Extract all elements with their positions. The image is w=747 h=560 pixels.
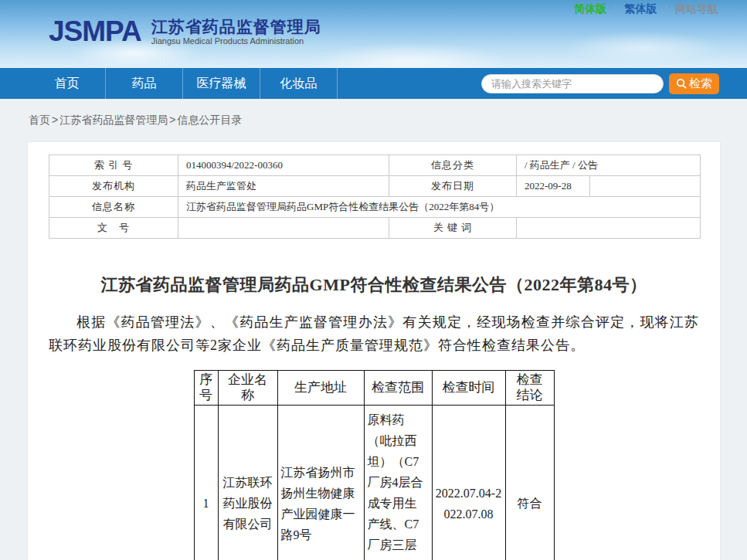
meta-value-category: / 药品生产 / 公告 (517, 155, 701, 176)
brand-logo[interactable]: JSMPA 江苏省药品监督管理局 Jiangsu Medical Product… (49, 16, 321, 47)
search-input[interactable] (481, 74, 664, 93)
search-area: 检索 (481, 68, 719, 99)
document-meta-table: 索 引 号 014000394/2022-00360 信息分类 / 药品生产 /… (49, 154, 701, 239)
meta-value-info-name: 江苏省药品监督管理局药品GMP符合性检查结果公告（2022年第84号） (178, 197, 701, 218)
meta-row-index: 索 引 号 014000394/2022-00360 信息分类 / 药品生产 /… (49, 155, 701, 176)
nav-tab-medical-devices[interactable]: 医疗器械 (183, 68, 260, 99)
breadcrumb-directory[interactable]: 信息公开目录 (177, 114, 242, 126)
meta-label-doc-number: 文 号 (49, 218, 178, 239)
meta-label-keywords: 关 键 词 (389, 218, 517, 239)
col-header-serial: 序号 (194, 371, 218, 406)
breadcrumb-separator: > (52, 114, 58, 126)
site-title-chinese: 江苏省药品监督管理局 (151, 18, 321, 36)
divider: | (614, 2, 617, 15)
search-button[interactable]: 检索 (669, 73, 719, 94)
search-button-label: 检索 (689, 76, 712, 91)
meta-row-title: 信息名称 江苏省药品监督管理局药品GMP符合性检查结果公告（2022年第84号） (49, 197, 701, 218)
breadcrumb: 首页>江苏省药品监督管理局>信息公开目录 (0, 99, 747, 141)
meta-row-publisher: 发布机构 药品生产监管处 发布日期 2022-09-28 (49, 176, 701, 197)
brand-abbreviation: JSMPA (49, 16, 141, 47)
divider: | (664, 2, 667, 15)
nav-tab-cosmetics[interactable]: 化妆品 (260, 68, 338, 99)
meta-label-publisher: 发布机构 (49, 176, 178, 197)
meta-value-keywords (517, 218, 701, 239)
results-header-row: 序号 企业名称 生产地址 检查范围 检查时间 检查结论 (194, 371, 554, 406)
table-row: 1 江苏联环药业股份有限公司 江苏省扬州市扬州生物健康产业园健康一路9号 原料药… (194, 406, 554, 560)
meta-value-publish-date: 2022-09-28 (517, 176, 590, 197)
cell-time: 2022.07.04-2022.07.08 (432, 406, 505, 560)
meta-label-publish-date: 发布日期 (389, 176, 517, 197)
traditional-chinese-link[interactable]: 繁体版 (625, 2, 657, 15)
cell-serial: 1 (194, 406, 218, 560)
nav-tab-drugs[interactable]: 药品 (106, 68, 183, 99)
cell-address: 江苏省扬州市扬州生物健康产业园健康一路9号 (277, 406, 364, 560)
inspection-results-table: 序号 企业名称 生产地址 检查范围 检查时间 检查结论 1 江苏联环药业股份有限… (194, 370, 555, 560)
col-header-time: 检查时间 (432, 371, 505, 406)
simplified-chinese-link[interactable]: 简体版 (574, 2, 606, 15)
top-utility-links: 简体版 | 繁体版 | 网站导航 (574, 2, 718, 16)
meta-value-publisher: 药品生产监管处 (178, 176, 389, 197)
meta-label-index-no: 索 引 号 (49, 155, 178, 176)
meta-value-index-no: 014000394/2022-00360 (178, 155, 389, 176)
meta-value-doc-number (178, 218, 389, 239)
meta-empty-cell (590, 176, 701, 197)
breadcrumb-bureau[interactable]: 江苏省药品监督管理局 (59, 114, 168, 126)
cell-company: 江苏联环药业股份有限公司 (218, 406, 277, 560)
meta-label-category: 信息分类 (389, 155, 517, 176)
site-header: 简体版 | 繁体版 | 网站导航 JSMPA 江苏省药品监督管理局 Jiangs… (0, 0, 747, 68)
meta-row-docnum: 文 号 关 键 词 (49, 218, 701, 239)
content-panel: 索 引 号 014000394/2022-00360 信息分类 / 药品生产 /… (27, 141, 721, 560)
col-header-address: 生产地址 (277, 371, 364, 406)
page-title: 江苏省药品监督管理局药品GMP符合性检查结果公告（2022年第84号） (49, 273, 699, 297)
col-header-company: 企业名称 (218, 371, 277, 406)
sitemap-link[interactable]: 网站导航 (675, 2, 718, 15)
col-header-scope: 检查范围 (364, 371, 432, 406)
cell-scope: 原料药（吡拉西坦）（C7厂房4层合成专用生产线、C7厂房三层14号精烘包） (364, 406, 432, 560)
cell-conclusion: 符合 (505, 406, 554, 560)
breadcrumb-separator: > (169, 114, 175, 126)
search-icon (676, 78, 688, 90)
site-title-english: Jiangsu Medical Products Administration (151, 36, 321, 46)
breadcrumb-home[interactable]: 首页 (29, 114, 50, 126)
announcement-paragraph: 根据《药品管理法》、《药品生产监督管理办法》有关规定，经现场检查并综合评定，现将… (49, 311, 699, 357)
meta-label-info-name: 信息名称 (49, 197, 178, 218)
col-header-conclusion: 检查结论 (505, 371, 554, 406)
nav-tab-home[interactable]: 首页 (29, 68, 106, 99)
main-navigation: 首页 药品 医疗器械 化妆品 检索 (0, 68, 747, 99)
